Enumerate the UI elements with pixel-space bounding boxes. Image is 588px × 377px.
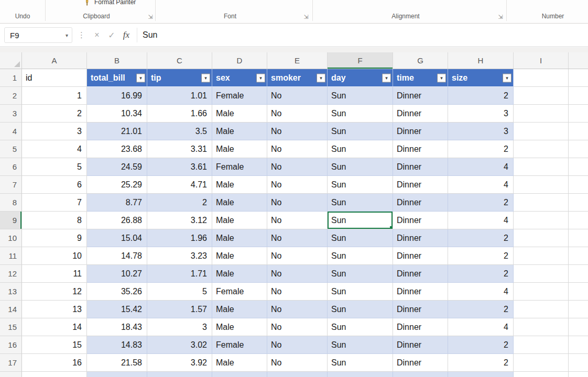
column-header-partial[interactable] bbox=[569, 52, 588, 69]
insert-function-button[interactable]: fx bbox=[119, 27, 134, 43]
cell-B2[interactable]: 16.99 bbox=[87, 87, 147, 105]
cell-G4[interactable]: Dinner bbox=[393, 123, 448, 140]
cell-A1[interactable]: id bbox=[22, 69, 87, 87]
cell-H1[interactable]: size▾ bbox=[448, 69, 514, 87]
cell-B3[interactable]: 10.34 bbox=[87, 105, 147, 123]
column-header-H[interactable]: H bbox=[448, 52, 514, 69]
cell-D11[interactable]: Male bbox=[212, 247, 267, 265]
cell-C4[interactable]: 3.5 bbox=[147, 123, 212, 140]
row-header-6[interactable]: 6 bbox=[0, 158, 22, 176]
cell-I13[interactable] bbox=[514, 283, 569, 301]
dialog-launcher-icon-clipboard[interactable]: ⇲ bbox=[146, 13, 155, 21]
cell-A11[interactable]: 10 bbox=[22, 247, 87, 265]
cell-G5[interactable]: Dinner bbox=[393, 140, 448, 158]
row-header-1[interactable]: 1 bbox=[0, 69, 22, 87]
row-header-7[interactable]: 7 bbox=[0, 176, 22, 194]
cell-A12[interactable]: 11 bbox=[22, 265, 87, 283]
cell-E10[interactable]: No bbox=[267, 229, 328, 247]
cell-E1[interactable]: smoker▾ bbox=[267, 69, 328, 87]
cell-E12[interactable]: No bbox=[267, 265, 328, 283]
cell-A14[interactable]: 13 bbox=[22, 301, 87, 318]
cell-E16[interactable]: No bbox=[267, 336, 328, 354]
cell-C15[interactable]: 3 bbox=[147, 318, 212, 336]
filter-button-day[interactable]: ▾ bbox=[382, 73, 391, 82]
row-header-15[interactable]: 15 bbox=[0, 318, 22, 336]
cell-D16[interactable]: Female bbox=[212, 336, 267, 354]
cell-G1[interactable]: time▾ bbox=[393, 69, 448, 87]
cell-B4[interactable]: 21.01 bbox=[87, 123, 147, 140]
cell-F5[interactable]: Sun bbox=[328, 140, 393, 158]
cell-I2[interactable] bbox=[514, 87, 569, 105]
cell-B12[interactable]: 10.27 bbox=[87, 265, 147, 283]
format-painter-button[interactable]: Format Painter bbox=[84, 0, 136, 6]
cell-G15[interactable]: Dinner bbox=[393, 318, 448, 336]
dialog-launcher-icon-font[interactable]: ⇲ bbox=[302, 13, 310, 21]
cell-A4[interactable]: 3 bbox=[22, 123, 87, 140]
cell-G8[interactable]: Dinner bbox=[393, 194, 448, 212]
cell-H16[interactable]: 2 bbox=[448, 336, 514, 354]
filter-button-tip[interactable]: ▾ bbox=[201, 73, 210, 82]
cell-D2[interactable]: Female bbox=[212, 87, 267, 105]
cell-H3[interactable]: 3 bbox=[448, 105, 514, 123]
cell-E13[interactable]: No bbox=[267, 283, 328, 301]
cell-H8[interactable]: 2 bbox=[448, 194, 514, 212]
row-header-8[interactable]: 8 bbox=[0, 194, 22, 212]
row-header-9[interactable]: 9 bbox=[0, 212, 22, 229]
cell-F11[interactable]: Sun bbox=[328, 247, 393, 265]
cell-H9[interactable]: 4 bbox=[448, 212, 514, 229]
cell-H13[interactable]: 4 bbox=[448, 283, 514, 301]
name-box[interactable]: F9 ▾ bbox=[4, 27, 72, 43]
cell-A7[interactable]: 6 bbox=[22, 176, 87, 194]
cell-A15[interactable]: 14 bbox=[22, 318, 87, 336]
cell-F9[interactable]: Sun bbox=[328, 212, 393, 229]
cell-F8[interactable]: Sun bbox=[328, 194, 393, 212]
chevron-down-icon[interactable]: ▾ bbox=[66, 32, 72, 38]
cell-D14[interactable]: Male bbox=[212, 301, 267, 318]
cell-C2[interactable]: 1.01 bbox=[147, 87, 212, 105]
cell-E11[interactable]: No bbox=[267, 247, 328, 265]
dialog-launcher-icon-alignment[interactable]: ⇲ bbox=[496, 13, 505, 21]
cell-H2[interactable]: 2 bbox=[448, 87, 514, 105]
cell-C8[interactable]: 2 bbox=[147, 194, 212, 212]
cell-I11[interactable] bbox=[514, 247, 569, 265]
cell-F6[interactable]: Sun bbox=[328, 158, 393, 176]
row-header-11[interactable]: 11 bbox=[0, 247, 22, 265]
cell-B9[interactable]: 26.88 bbox=[87, 212, 147, 229]
cell-C9[interactable]: 3.12 bbox=[147, 212, 212, 229]
cell-I5[interactable] bbox=[514, 140, 569, 158]
cell-E2[interactable]: No bbox=[267, 87, 328, 105]
cell-C13[interactable]: 5 bbox=[147, 283, 212, 301]
cell-H17[interactable]: 2 bbox=[448, 354, 514, 372]
cell-B14[interactable]: 15.42 bbox=[87, 301, 147, 318]
cell-F16[interactable]: Sun bbox=[328, 336, 393, 354]
cell-A10[interactable]: 9 bbox=[22, 229, 87, 247]
select-all-button[interactable] bbox=[0, 52, 22, 69]
cell-G3[interactable]: Dinner bbox=[393, 105, 448, 123]
cell-G10[interactable]: Dinner bbox=[393, 229, 448, 247]
cell-A5[interactable]: 4 bbox=[22, 140, 87, 158]
cell-F13[interactable]: Sun bbox=[328, 283, 393, 301]
row-header-partial[interactable] bbox=[0, 372, 22, 377]
row-header-17[interactable]: 17 bbox=[0, 354, 22, 372]
column-header-G[interactable]: G bbox=[393, 52, 448, 69]
cell-B10[interactable]: 15.04 bbox=[87, 229, 147, 247]
cell-G13[interactable]: Dinner bbox=[393, 283, 448, 301]
cell-D13[interactable]: Female bbox=[212, 283, 267, 301]
cell-B11[interactable]: 14.78 bbox=[87, 247, 147, 265]
cell-E6[interactable]: No bbox=[267, 158, 328, 176]
filter-button-size[interactable]: ▾ bbox=[503, 73, 511, 82]
cell-E8[interactable]: No bbox=[267, 194, 328, 212]
cell-E15[interactable]: No bbox=[267, 318, 328, 336]
cell-B5[interactable]: 23.68 bbox=[87, 140, 147, 158]
row-header-14[interactable]: 14 bbox=[0, 301, 22, 318]
cell-H14[interactable]: 2 bbox=[448, 301, 514, 318]
cell-D5[interactable]: Male bbox=[212, 140, 267, 158]
cell-D17[interactable]: Male bbox=[212, 354, 267, 372]
cell-E17[interactable]: No bbox=[267, 354, 328, 372]
cell-I10[interactable] bbox=[514, 229, 569, 247]
cell-G9[interactable]: Dinner bbox=[393, 212, 448, 229]
cell-B7[interactable]: 25.29 bbox=[87, 176, 147, 194]
cancel-button[interactable]: × bbox=[90, 27, 104, 43]
cell-F1[interactable]: day▾ bbox=[328, 69, 393, 87]
cell-D12[interactable]: Male bbox=[212, 265, 267, 283]
